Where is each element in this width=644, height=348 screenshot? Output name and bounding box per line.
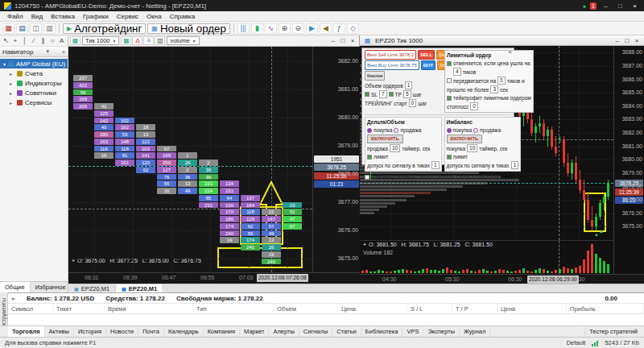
tp-checkbox[interactable] — [389, 92, 394, 97]
column-header[interactable]: Тип — [193, 304, 274, 313]
tp-input[interactable]: 5 — [403, 90, 411, 98]
cluster-settings-icon[interactable]: ▧ — [155, 36, 165, 45]
toolbox-tab-Статьи[interactable]: Статьи — [332, 326, 361, 337]
delta-enable-button[interactable]: ВКЛЮЧИТЬ — [367, 135, 403, 143]
sidebar-item[interactable]: ▸Индикаторы — [0, 78, 68, 88]
crosshair-icon[interactable]: + — [11, 36, 20, 45]
menu-item-вставка[interactable]: Вставка — [47, 13, 79, 20]
toolbox-tab-Маркет[interactable]: Маркет — [240, 326, 269, 337]
new-order-button[interactable]: ▦ Новый ордер — [147, 23, 230, 34]
toolbox-tab-Календарь[interactable]: Календарь — [164, 326, 204, 337]
tp-limit-checkbox[interactable] — [447, 96, 452, 101]
text-icon[interactable]: A — [57, 36, 66, 45]
buttons-toggle-button[interactable]: Кнопок — [365, 71, 385, 81]
ellipse-icon[interactable]: ○ — [48, 36, 57, 45]
minimize-button[interactable]: – — [601, 2, 611, 10]
trailing-input[interactable]: 0 — [409, 99, 417, 107]
cluster-mode-icon[interactable]: ▦ — [121, 36, 131, 45]
zoom-out-icon[interactable]: ⊖ — [292, 23, 304, 34]
column-header[interactable]: Цена — [338, 304, 407, 313]
column-header[interactable]: Время — [105, 304, 193, 313]
column-header[interactable]: S / L — [407, 304, 452, 313]
toolbox-tab-Журнал[interactable]: Журнал — [460, 326, 490, 337]
expand-icon[interactable]: ▸ — [10, 90, 14, 96]
limit-move-input[interactable]: 0 — [497, 77, 506, 85]
vertical-line-icon[interactable]: │ — [20, 36, 29, 45]
toolbox-tab-VPS[interactable]: VPS — [402, 326, 423, 337]
sidebar-item[interactable]: ▸Сервисы — [0, 97, 68, 107]
toolbox-tab-История[interactable]: История — [74, 326, 106, 337]
limit-move-checkbox[interactable] — [447, 78, 452, 83]
trendline-icon[interactable]: ∕ — [30, 36, 39, 45]
chart-tab[interactable]: ▦EPZ20,M1 — [116, 284, 163, 292]
delta-buy-radio[interactable] — [367, 128, 372, 133]
stoploss-input[interactable]: 0 — [470, 102, 478, 110]
imbalance-tolerance-input[interactable]: 1 — [511, 161, 519, 169]
imbalance-timer-input[interactable]: 10 — [467, 144, 477, 152]
column-header[interactable]: Цена — [497, 304, 567, 313]
objects-icon[interactable]: ◇ — [347, 23, 359, 34]
close-button[interactable]: × — [630, 2, 640, 10]
order-volume-input[interactable]: 1 — [405, 81, 413, 89]
candlestick-icon[interactable]: ▮ — [251, 23, 263, 34]
navigator-close-icon[interactable]: × — [62, 49, 65, 55]
toolbox-tab-Торговля[interactable]: Торговля — [8, 326, 45, 337]
menu-item-окна[interactable]: Окна — [142, 13, 166, 20]
toolbox-tab-Почта[interactable]: Почта — [138, 326, 164, 337]
menu-item-графики[interactable]: Графики — [79, 13, 113, 20]
column-header[interactable]: T / P — [452, 304, 497, 313]
imbalance-sell-radio[interactable] — [473, 128, 478, 133]
child-minimize-button[interactable]: – — [328, 37, 338, 44]
menu-item-справка[interactable]: Справка — [166, 13, 199, 20]
bar-chart-icon[interactable]: ||| — [237, 23, 250, 34]
toolbox-toggle-icon[interactable]: ◫ — [30, 23, 42, 34]
sidebar-item[interactable]: ▸Счета — [0, 68, 68, 78]
toolbox-tab-Библиотека[interactable]: Библиотека — [361, 326, 403, 337]
toolbox-tab-Компания[interactable]: Компания — [204, 326, 240, 337]
child-minimize-button[interactable]: – — [613, 37, 622, 44]
column-header[interactable]: Объем — [274, 304, 338, 313]
pin-icon[interactable]: ▾ — [46, 48, 49, 55]
menu-item-файл[interactable]: Файл — [3, 13, 27, 20]
best-buy-limit-button[interactable]: Best Buy Limit 3678.75 — [365, 60, 419, 70]
expand-icon[interactable]: ▾ — [3, 61, 6, 67]
zoom-in-icon[interactable]: ⊕ — [279, 23, 291, 34]
toolbox-tab-Сигналы[interactable]: Сигналы — [299, 326, 332, 337]
child-close-button[interactable]: × — [348, 37, 357, 44]
delta-mode-icon[interactable]: Δ — [132, 36, 142, 45]
chart-shift-icon[interactable]: ◀ — [320, 23, 332, 34]
tick-period-combo[interactable]: Тик 1000 ▼ — [82, 36, 119, 45]
sl-checkbox[interactable] — [365, 92, 369, 97]
expand-icon[interactable]: ▸ — [12, 295, 15, 302]
algotrading-button[interactable]: ▶ Алготрейдинг — [63, 23, 146, 34]
tick-price-scale[interactable]: 3678.25 11:25:39 01:23 3688.003687.00368… — [613, 46, 644, 274]
elapsed-input[interactable]: 3 — [490, 85, 498, 93]
toolbox-tab-Алерты[interactable]: Алерты — [269, 326, 299, 337]
delta-timer-input[interactable]: 10 — [390, 144, 400, 152]
sidebar-item[interactable]: ▾AMP Global (EU) MT5 — [0, 59, 68, 68]
cluster-price-scale[interactable]: 1951 3678.25 11:25:39 01:23 3682.003681.… — [312, 47, 360, 272]
buy-button[interactable]: BUY — [421, 60, 436, 70]
limit-cancel-checkbox[interactable] — [447, 61, 452, 66]
column-header[interactable]: Тикет — [53, 304, 105, 313]
panel-close-icon[interactable]: × — [508, 48, 512, 56]
combined-signal-checkbox[interactable] — [365, 175, 369, 180]
toolbox-tab-Новости[interactable]: Новости — [106, 326, 138, 337]
profile-mode-icon[interactable]: ≡ — [143, 36, 154, 45]
column-header[interactable]: Символ — [8, 304, 53, 313]
expand-icon[interactable]: ▸ — [10, 100, 14, 106]
line-chart-icon[interactable]: ∿ — [265, 23, 277, 34]
toolbox-tab-Активы[interactable]: Активы — [45, 326, 74, 337]
expand-icon[interactable]: ▸ — [10, 81, 14, 86]
sl-input[interactable]: 7 — [379, 90, 387, 98]
best-sell-limit-button[interactable]: Best Sell Limit 3678.2 — [365, 50, 416, 60]
delta-tolerance-input[interactable]: 1 — [431, 161, 440, 169]
child-restore-button[interactable]: □ — [622, 37, 632, 44]
autoscroll-icon[interactable]: ▶ — [306, 23, 318, 34]
imbalance-limit-checkbox[interactable] — [447, 155, 452, 160]
notification-badge[interactable]: 1 — [590, 2, 597, 10]
sell-button[interactable]: SELL — [418, 50, 435, 60]
sidebar-item[interactable]: ▸Советники — [0, 88, 68, 97]
limit-cancel-input[interactable]: 4 — [453, 68, 461, 76]
maximize-button[interactable]: □ — [615, 2, 625, 10]
